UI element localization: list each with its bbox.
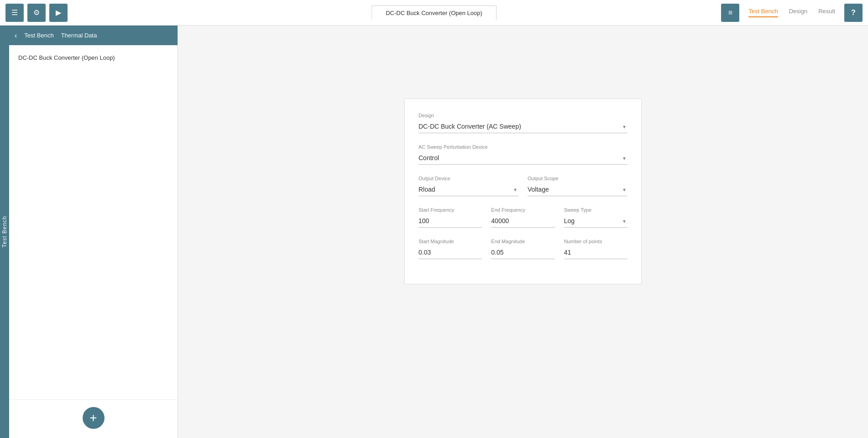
output-scope-label: Output Scope [528,176,627,181]
top-bar: ☰ ⚙ ▶ DC-DC Buck Converter (Open Loop) ≡… [0,0,868,26]
list-icon: ≡ [728,9,732,17]
add-button[interactable]: + [83,407,105,429]
panel-body: DC-DC Buck Converter (Open Loop) [9,45,178,399]
tab-design[interactable]: Design [789,8,807,17]
title-area: DC-DC Buck Converter (Open Loop) [371,5,497,20]
output-device-select-wrapper: Rload [418,183,518,196]
design-group: Design DC-DC Buck Converter (AC Sweep) [418,113,627,133]
freq-row: Start Frequency End Frequency Sweep Type… [418,207,627,228]
vertical-tab: Test Bench [0,26,9,438]
play-button[interactable]: ▶ [49,4,68,22]
app-title: DC-DC Buck Converter (Open Loop) [386,10,482,16]
num-points-label: Number of points [564,239,627,244]
output-device-select[interactable]: Rload [418,183,518,196]
end-mag-group: End Magnitude [491,239,554,259]
sweep-type-select[interactable]: Log Linear [564,214,627,228]
start-freq-label: Start Frequency [418,207,482,213]
start-mag-input[interactable] [418,246,482,259]
end-freq-group: End Frequency [491,207,554,228]
left-panel: ‹ Test Bench Thermal Data DC-DC Buck Con… [9,26,178,438]
main-content: Test Bench ‹ Test Bench Thermal Data DC-… [0,26,868,438]
back-arrow-icon[interactable]: ‹ [15,31,17,40]
main-area: Design DC-DC Buck Converter (AC Sweep) A… [178,26,868,438]
end-freq-input[interactable] [491,214,554,228]
end-freq-label: End Frequency [491,207,554,213]
help-button[interactable]: ? [844,4,863,22]
sweep-type-label: Sweep Type [564,207,627,213]
panel-header-thermal[interactable]: Thermal Data [61,30,97,41]
settings-button[interactable]: ⚙ [27,4,46,22]
output-scope-group: Output Scope Voltage [528,176,627,196]
output-row: Output Device Rload Output Scope Voltage [418,176,627,196]
ac-sweep-select[interactable]: Control [418,151,627,165]
sweep-type-group: Sweep Type Log Linear [564,207,627,228]
design-select[interactable]: DC-DC Buck Converter (AC Sweep) [418,120,627,133]
output-scope-select-wrapper: Voltage [528,183,627,196]
top-bar-left: ☰ ⚙ ▶ [0,4,68,22]
ac-sweep-group: AC Sweep Perturbation Device Control [418,144,627,165]
tab-testbench[interactable]: Test Bench [748,8,778,17]
form-panel: Design DC-DC Buck Converter (AC Sweep) A… [404,99,642,284]
magnitude-row: Start Magnitude End Magnitude Number of … [418,239,627,259]
tab-result[interactable]: Result [818,8,835,17]
start-mag-group: Start Magnitude [418,239,482,259]
num-points-group: Number of points [564,239,627,259]
vertical-tab-label: Test Bench [1,216,8,247]
ac-sweep-select-wrapper: Control [418,151,627,165]
ac-sweep-label: AC Sweep Perturbation Device [418,144,627,150]
menu-button[interactable]: ☰ [5,4,24,22]
output-scope-select[interactable]: Voltage [528,183,627,196]
top-bar-right: ≡ Test Bench Design Result ? [721,4,868,22]
panel-header-testbench[interactable]: Test Bench [24,30,53,41]
output-device-group: Output Device Rload [418,176,518,196]
start-mag-label: Start Magnitude [418,239,482,244]
panel-footer: + [9,399,178,438]
design-select-wrapper: DC-DC Buck Converter (AC Sweep) [418,120,627,133]
list-item[interactable]: DC-DC Buck Converter (Open Loop) [15,51,172,65]
title-tab: DC-DC Buck Converter (Open Loop) [371,5,497,20]
start-freq-group: Start Frequency [418,207,482,228]
output-device-label: Output Device [418,176,518,181]
sweep-type-select-wrapper: Log Linear [564,214,627,228]
end-mag-label: End Magnitude [491,239,554,244]
end-mag-input[interactable] [491,246,554,259]
list-button[interactable]: ≡ [721,4,739,22]
design-label: Design [418,113,627,118]
start-freq-input[interactable] [418,214,482,228]
panel-header: ‹ Test Bench Thermal Data [9,26,178,45]
num-points-input[interactable] [564,246,627,259]
nav-tabs: Test Bench Design Result [748,8,835,17]
